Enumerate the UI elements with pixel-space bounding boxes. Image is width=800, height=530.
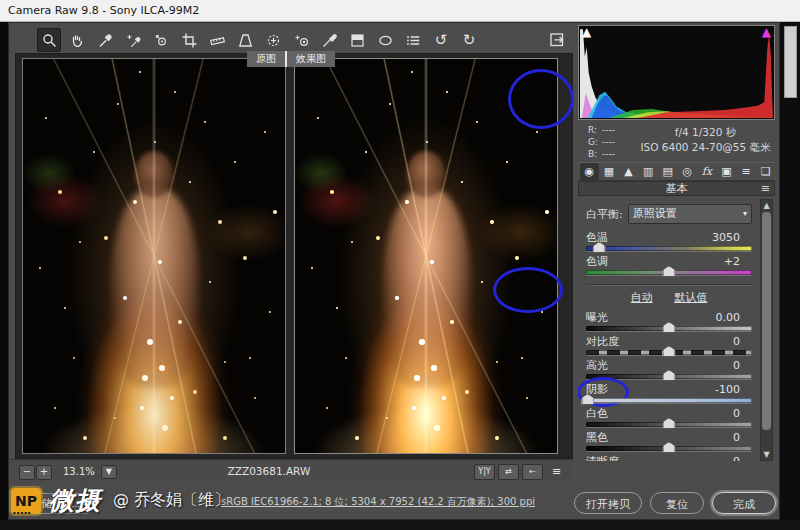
statusbar: − + 13.1% ▼ ZZZ03681.ARW Y|Y ⇄ ← ≡	[9, 459, 573, 484]
slider-label: 黑色	[586, 431, 608, 444]
open-copy-button[interactable]: 打开拷贝	[574, 492, 642, 514]
slider-track[interactable]	[586, 374, 752, 379]
transform-tool[interactable]	[233, 28, 257, 52]
panel-title: 基本	[666, 182, 688, 195]
slider-label: 色调	[586, 255, 608, 268]
slider-label: 高光	[586, 359, 608, 372]
slider-track[interactable]	[586, 246, 752, 251]
graduated-filter-tool[interactable]	[345, 28, 369, 52]
chevron-down-icon: ▼	[101, 465, 117, 479]
white-balance-dropdown[interactable]: 原照设置 ▾	[628, 204, 752, 224]
tab-effect[interactable]: 效果图	[287, 51, 335, 67]
zoom-in-button[interactable]: +	[36, 465, 52, 480]
slider-value: 0	[733, 431, 752, 444]
slider-value: 3050	[712, 231, 752, 244]
adjustment-brush-tool[interactable]	[317, 28, 341, 52]
clarity-slider: 清晰度0	[586, 455, 752, 461]
before-after-view-button[interactable]: Y|Y	[474, 464, 495, 480]
scroll-down-icon[interactable]: ▼	[761, 449, 772, 460]
view-controls: Y|Y ⇄ ← ≡	[474, 464, 567, 480]
tab-original[interactable]: 原图	[247, 51, 287, 67]
highlight-clipping-icon[interactable]: ▲	[762, 26, 771, 38]
zoom-tool[interactable]	[37, 28, 61, 52]
shadow-clipping-icon[interactable]: ▲	[582, 26, 591, 38]
histogram[interactable]: ▲ ▲	[578, 25, 775, 120]
iso-lens: ISO 6400 24-70@55 毫米	[636, 140, 775, 155]
effects-tab[interactable]: fx	[698, 163, 717, 180]
desktop-background-right	[780, 22, 800, 530]
scrollbar-thumb[interactable]	[762, 212, 771, 430]
slider-track[interactable]	[586, 270, 752, 275]
presets-tab[interactable]: ≡	[737, 163, 756, 180]
hsl-grayscale-tab[interactable]: ▥	[639, 163, 658, 180]
rotate-right-tool[interactable]: ↻	[457, 28, 481, 52]
rotate-left-tool[interactable]: ↺	[429, 28, 453, 52]
slider-track[interactable]	[586, 398, 752, 403]
exif-readout: f/4 1/320 秒 ISO 6400 24-70@55 毫米	[636, 122, 775, 160]
slider-track[interactable]	[586, 350, 752, 355]
zoom-level-value: 13.1%	[63, 464, 95, 479]
hand-tool[interactable]	[65, 28, 89, 52]
panel-scrollbar[interactable]: ▲ ▼	[760, 199, 773, 461]
rotate-left-icon: ↺	[435, 33, 448, 48]
slider-value: 0	[733, 359, 752, 372]
auto-link[interactable]: 自动	[631, 291, 653, 304]
basic-tab[interactable]: ◉	[580, 163, 599, 180]
workflow-options-link[interactable]: sRGB IEC61966-2.1; 8 位; 5304 x 7952 (42.…	[189, 495, 567, 509]
save-image-button[interactable]: 存储图像...	[17, 493, 96, 514]
camera-calibration-tab[interactable]: ▣	[717, 163, 736, 180]
split-toning-tab[interactable]: ▤	[658, 163, 677, 180]
color-sampler-tool[interactable]	[121, 28, 145, 52]
crop-tool[interactable]	[177, 28, 201, 52]
whites-slider: 白色0	[586, 407, 752, 431]
snapshots-tab[interactable]: ❏	[756, 163, 775, 180]
red-eye-tool[interactable]	[289, 28, 313, 52]
slider-value: -100	[715, 383, 752, 396]
filename: ZZZ03681.ARW	[189, 465, 349, 477]
spot-removal-tool[interactable]	[261, 28, 285, 52]
before-image[interactable]	[22, 58, 286, 454]
aperture-shutter: f/4 1/320 秒	[636, 125, 775, 140]
tint-slider: 色调+2	[586, 255, 752, 279]
divider	[586, 284, 752, 286]
fullscreen-icon	[548, 31, 566, 49]
g-value: ----	[602, 137, 615, 147]
lens-corrections-tab[interactable]: ◎	[678, 163, 697, 180]
preferences-tool[interactable]	[401, 28, 425, 52]
preview-preferences-button[interactable]: ≡	[546, 464, 567, 480]
slider-track[interactable]	[586, 326, 752, 331]
default-link[interactable]: 默认值	[674, 291, 707, 304]
zoom-level-select[interactable]: 13.1% ▼	[59, 464, 123, 479]
reset-button[interactable]: 复位	[650, 492, 704, 514]
auto-default-links: 自动 默认值	[586, 290, 752, 305]
done-button[interactable]: 完成	[712, 492, 776, 514]
background-scrollbar	[784, 26, 797, 98]
swap-before-after-button[interactable]: ⇄	[498, 464, 519, 480]
radial-filter-tool[interactable]	[373, 28, 397, 52]
slider-label: 曝光	[586, 311, 608, 324]
shadows-slider: 阴影-100	[586, 383, 752, 407]
straighten-tool[interactable]	[205, 28, 229, 52]
camera-raw-dialog: ↺ ↻ 原图 效果图 ▲ ▲	[8, 22, 780, 520]
tone-curve-tab[interactable]: ▦	[600, 163, 619, 180]
adjustment-panel-tabs: ◉ ▦ ▲ ▥ ▤ ◎ fx ▣ ≡ ❏	[578, 162, 775, 181]
slider-value: 0.00	[716, 311, 753, 324]
panel-menu-icon[interactable]: ≡	[761, 182, 770, 195]
copy-settings-button[interactable]: ←	[522, 464, 543, 480]
photo-spark-dots	[23, 59, 25, 61]
scroll-up-icon[interactable]: ▲	[761, 200, 772, 211]
chevron-down-icon: ▾	[743, 206, 747, 222]
dialog-footer: 存储图像... sRGB IEC61966-2.1; 8 位; 5304 x 7…	[9, 483, 781, 521]
blacks-slider: 黑色0	[586, 431, 752, 455]
slider-track[interactable]	[586, 446, 752, 451]
toggle-fullscreen-button[interactable]	[546, 29, 568, 51]
detail-tab[interactable]: ▲	[619, 163, 638, 180]
slider-track[interactable]	[586, 422, 752, 427]
desktop-background-bottom	[0, 520, 800, 530]
slider-value: 0	[733, 455, 752, 461]
slider-value: 0	[733, 335, 752, 348]
annotation-circle-middle	[493, 267, 563, 313]
white-balance-tool[interactable]	[93, 28, 117, 52]
zoom-out-button[interactable]: −	[19, 465, 35, 480]
targeted-adjustment-tool[interactable]	[149, 28, 173, 52]
